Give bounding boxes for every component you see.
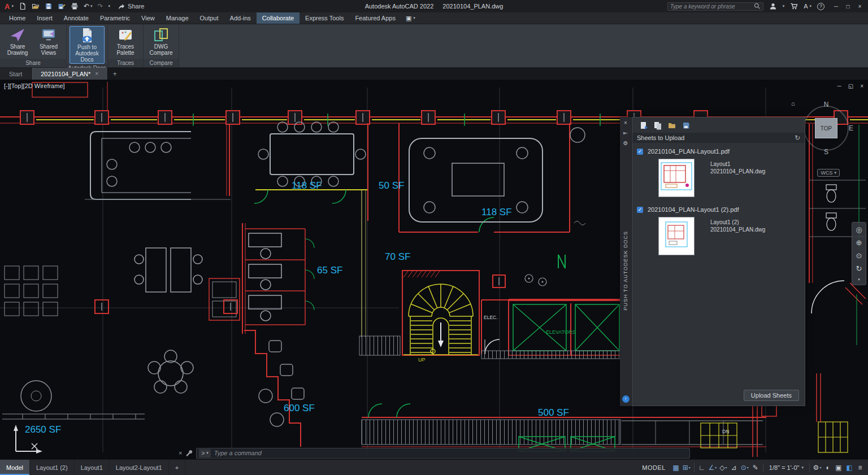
wcs-badge[interactable]: WCS ▾: [817, 169, 840, 177]
new-drawing-tab-button[interactable]: +: [108, 68, 121, 80]
account-menu[interactable]: A▾: [804, 3, 811, 10]
upload-sheets-button[interactable]: Upload Sheets: [744, 390, 799, 401]
shared-views-button[interactable]: SharedViews: [34, 26, 63, 56]
viewcube[interactable]: ⌂ N E S W TOP: [800, 102, 852, 154]
command-prompt-icon[interactable]: > ▾: [199, 449, 210, 457]
sheet-thumbnail[interactable]: [658, 217, 695, 255]
tab-manage[interactable]: Manage: [160, 12, 194, 24]
command-input[interactable]: [214, 450, 687, 456]
model-space-toggle[interactable]: MODEL: [637, 464, 670, 471]
viewcube-south[interactable]: S: [824, 148, 828, 156]
palette-properties-icon[interactable]: ⚙: [623, 140, 628, 146]
search-icon[interactable]: [754, 3, 761, 10]
traces-palette-button[interactable]: TracesPalette: [111, 26, 140, 56]
redo-button[interactable]: ↷: [97, 2, 103, 10]
palette-autohide-icon[interactable]: ⇤: [623, 130, 628, 136]
tab-express-tools[interactable]: Express Tools: [300, 12, 349, 24]
object-snap-tracking-icon[interactable]: ⊿: [729, 462, 739, 473]
help-icon[interactable]: ?: [817, 3, 824, 10]
panel-label-compare[interactable]: Compare: [144, 59, 179, 67]
tab-annotate[interactable]: Annotate: [58, 12, 94, 24]
save-as-button[interactable]: [58, 2, 66, 10]
snap-mode-icon[interactable]: ⊞▾: [682, 462, 692, 473]
undo-button[interactable]: ↶▾: [84, 2, 93, 10]
steering-wheel-icon[interactable]: ◎: [856, 225, 862, 234]
sheet-filename[interactable]: 20210104_PLAN-Layout1 (2).pdf: [648, 206, 739, 213]
palette-close-icon[interactable]: ×: [624, 120, 627, 126]
new-layout-button[interactable]: +: [169, 460, 185, 475]
customization-menu-icon[interactable]: ≡: [855, 462, 865, 473]
panel-label-traces[interactable]: Traces: [108, 59, 143, 67]
share-button[interactable]: Share: [118, 3, 144, 10]
tab-featured-apps[interactable]: Featured Apps: [349, 12, 401, 24]
save-sheet-list-icon[interactable]: [682, 121, 691, 130]
sign-in-icon[interactable]: [769, 2, 777, 10]
tab-output[interactable]: Output: [194, 12, 224, 24]
viewcube-top-face[interactable]: TOP: [815, 118, 837, 138]
share-feedback-icon[interactable]: ◧: [844, 462, 854, 473]
viewport-minimize-button[interactable]: ─: [837, 83, 841, 89]
refresh-icon[interactable]: ↻: [795, 134, 800, 142]
viewport-restore-button[interactable]: ◱: [848, 83, 853, 89]
ribbon-display-toggle[interactable]: ▣▾: [401, 12, 420, 24]
command-close-icon[interactable]: ×: [179, 450, 182, 456]
workspace-gear-icon[interactable]: ⚙▾: [812, 462, 822, 473]
dwg-compare-button[interactable]: DWGCompare: [146, 26, 176, 56]
viewport-controls[interactable]: [-][Top][2D Wireframe]: [4, 82, 65, 89]
ortho-mode-icon[interactable]: ∟: [697, 462, 707, 473]
add-current-sheet-icon[interactable]: [639, 121, 648, 130]
layout-tab-layout1-2[interactable]: Layout1 (2): [30, 460, 75, 475]
tab-view[interactable]: View: [136, 12, 160, 24]
object-snap-icon[interactable]: ⊙▾: [740, 462, 750, 473]
sheet-filename[interactable]: 20210104_PLAN-Layout1.pdf: [648, 148, 730, 155]
orbit-icon[interactable]: ↻: [856, 264, 862, 273]
layout-tab-layout1[interactable]: Layout1: [75, 460, 110, 475]
push-to-autodesk-docs-button[interactable]: Push toAutodesk Docs: [70, 26, 105, 64]
layout-tab-model[interactable]: Model: [0, 460, 30, 475]
cart-icon[interactable]: [790, 2, 798, 10]
tab-parametric[interactable]: Parametric: [94, 12, 136, 24]
annotation-scale-control[interactable]: 1/8" = 1'-0" ▾: [766, 464, 807, 471]
panel-label-share[interactable]: Share: [0, 59, 66, 67]
viewcube-home-icon[interactable]: ⌂: [791, 100, 795, 107]
command-tools-icon[interactable]: [185, 450, 193, 457]
zoom-icon[interactable]: ⊙: [856, 251, 862, 260]
layout-tab-layout2-layout1[interactable]: Layout2-Layout1: [110, 460, 169, 475]
docs-status-icon[interactable]: ↑: [622, 395, 630, 403]
tab-addins[interactable]: Add-ins: [224, 12, 257, 24]
minimize-button[interactable]: ─: [830, 3, 842, 10]
tab-home[interactable]: Home: [3, 12, 31, 24]
sheet-checkbox[interactable]: ✓: [637, 207, 643, 213]
qat-customize-caret-icon[interactable]: ▾: [108, 4, 111, 8]
open-button[interactable]: [32, 2, 40, 10]
viewport-close-button[interactable]: ×: [860, 83, 863, 89]
search-input[interactable]: [670, 3, 752, 10]
open-sheet-list-icon[interactable]: [667, 121, 676, 130]
annotation-icon[interactable]: ✎: [750, 462, 761, 473]
polar-tracking-icon[interactable]: ∠▾: [708, 462, 718, 473]
tab-insert[interactable]: Insert: [31, 12, 58, 24]
sheet-thumbnail[interactable]: [658, 159, 695, 197]
signin-caret-icon[interactable]: ▾: [783, 4, 785, 8]
sheet-checkbox[interactable]: ✓: [637, 149, 643, 155]
grid-display-icon[interactable]: ▦: [671, 462, 681, 473]
viewcube-north[interactable]: N: [824, 101, 829, 108]
search-box[interactable]: [667, 2, 763, 11]
object-isolate-icon[interactable]: ◐: [823, 462, 833, 473]
autocad-logo[interactable]: A▾: [5, 2, 14, 11]
tab-collaborate[interactable]: Collaborate: [257, 12, 300, 24]
add-sheets-icon[interactable]: [653, 121, 662, 130]
file-tab-start[interactable]: Start: [0, 68, 32, 80]
file-tab-close-icon[interactable]: ×: [95, 71, 98, 77]
isodraft-icon[interactable]: ◇▾: [718, 462, 728, 473]
viewcube-east[interactable]: E: [849, 124, 853, 132]
command-bar[interactable]: > ▾: [196, 448, 690, 459]
maximize-button[interactable]: □: [842, 3, 854, 10]
pan-icon[interactable]: ⊕: [856, 238, 862, 247]
new-drawing-button[interactable]: [19, 2, 27, 10]
hardware-acceleration-icon[interactable]: ▣: [834, 462, 844, 473]
close-button[interactable]: ×: [854, 3, 866, 10]
share-drawing-button[interactable]: ShareDrawing: [3, 26, 32, 56]
navbar-caret-icon[interactable]: ▾: [858, 277, 860, 282]
file-tab-plan[interactable]: 20210104_PLAN* ×: [32, 68, 108, 80]
